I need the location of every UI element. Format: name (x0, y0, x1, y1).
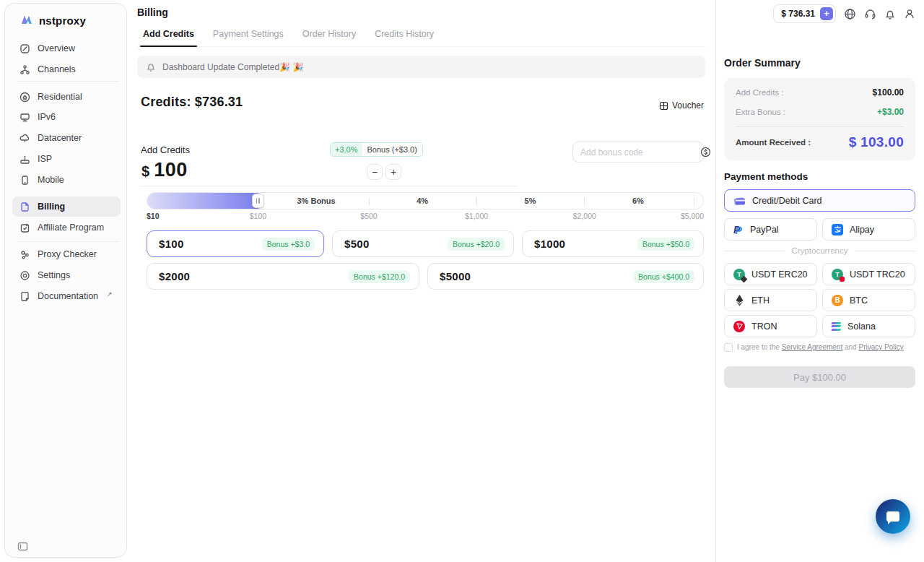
sidebar-item-overview[interactable]: Overview (12, 38, 121, 59)
paypal-icon: PP (733, 224, 744, 235)
notifications-bell-icon[interactable] (884, 8, 896, 20)
preset-2000-button[interactable]: $2000 Bonus +$120.0 (147, 263, 419, 290)
cryptocurrency-label: Cryptocurrency (792, 246, 848, 255)
billing-tabs: Add Credits Payment Settings Order Histo… (137, 29, 705, 47)
sidebar-item-label: Channels (38, 64, 76, 74)
banner-bell-icon (146, 61, 156, 72)
tab-add-credits[interactable]: Add Credits (143, 29, 194, 46)
billing-icon (19, 202, 30, 212)
scale-label: $500 (360, 212, 377, 220)
btc-icon: B (832, 295, 843, 306)
live-chat-button[interactable] (876, 499, 910, 534)
preset-amount: $5000 (440, 270, 471, 282)
payment-method-label: Solana (847, 321, 876, 332)
sidebar-item-label: Proxy Checker (38, 249, 97, 259)
preset-1000-button[interactable]: $1000 Bonus +$50.0 (522, 230, 704, 257)
preset-500-button[interactable]: $500 Bonus +$20.0 (332, 230, 514, 257)
summary-row-extra-bonus: Extra Bonus : +$3.00 (736, 107, 904, 117)
payment-card-button[interactable]: Credit/Debit Card (724, 189, 915, 212)
documentation-icon (19, 291, 30, 302)
slider-segment-label: 3% Bonus (297, 196, 335, 205)
crypto-btc-button[interactable]: B BTC (822, 289, 915, 311)
scale-label: $100 (250, 212, 266, 220)
apply-bonus-icon[interactable] (699, 142, 711, 162)
agreement-checkbox[interactable] (724, 343, 733, 352)
sidebar-item-billing[interactable]: Billing (12, 196, 121, 217)
preset-5000-button[interactable]: $5000 Bonus +$400.0 (427, 263, 704, 290)
bonus-code-input[interactable] (573, 147, 699, 157)
crypto-tron-button[interactable]: TRON (724, 315, 817, 337)
amount-value: 100 (154, 159, 188, 181)
sidebar-divider (17, 81, 119, 82)
crypto-usdt-trc20-button[interactable]: T USDT TRC20 (822, 263, 915, 285)
slider-fill (147, 193, 264, 209)
panel-divider (715, 0, 716, 562)
logo[interactable]: nstproxy (19, 13, 86, 27)
summary-total-row: Amount Received : $ 103.00 (736, 134, 904, 150)
sidebar-item-isp[interactable]: ISP (12, 149, 121, 169)
slider-segment-label: 5% (525, 196, 536, 205)
sidebar-item-residential[interactable]: Residential (12, 87, 121, 107)
preset-amount: $1000 (534, 238, 565, 250)
chat-bubble-icon (886, 511, 899, 522)
bonus-code-field (572, 142, 704, 163)
ipv6-icon (19, 112, 30, 123)
sidebar-item-label: Settings (38, 270, 70, 280)
add-funds-button[interactable]: + (820, 7, 833, 20)
sidebar-item-label: Overview (38, 43, 75, 53)
summary-value: $100.00 (873, 87, 904, 98)
slider-tick (369, 198, 370, 205)
preset-amount: $100 (159, 238, 184, 250)
voucher-button[interactable]: Voucher (659, 100, 704, 111)
topbar-actions: $ 736.31 + (773, 4, 915, 23)
preset-bonus-badge: Bonus +$400.0 (633, 270, 694, 283)
account-user-icon[interactable] (904, 8, 915, 20)
tab-order-history[interactable]: Order History (302, 29, 356, 46)
payment-alipay-button[interactable]: Alipay (822, 218, 915, 241)
slider-scale: $10 $100 $500 $1,000 $2,000 $5,000 (147, 212, 704, 222)
amount-slider[interactable]: 3% Bonus 4% 5% 6% (147, 192, 704, 209)
balance-pill[interactable]: $ 736.31 + (773, 4, 836, 23)
payment-method-label: USDT ERC20 (751, 269, 808, 280)
crypto-usdt-erc20-button[interactable]: T USDT ERC20 (724, 263, 817, 285)
sidebar-item-affiliate-program[interactable]: Affiliate Program (12, 217, 121, 238)
crypto-solana-button[interactable]: Solana (822, 315, 915, 337)
summary-divider (736, 126, 904, 127)
service-agreement-link[interactable]: Service Agreement (782, 343, 843, 351)
sidebar-item-ipv6[interactable]: IPv6 (12, 107, 121, 127)
payment-method-label: ETH (751, 295, 770, 306)
page-title: Billing (137, 7, 168, 18)
payment-method-label: BTC (850, 295, 868, 306)
preset-bonus-badge: Bonus +$3.0 (262, 238, 315, 251)
pay-button[interactable]: Pay $100.00 (724, 366, 915, 388)
sidebar-item-settings[interactable]: Settings (12, 265, 121, 285)
announcement-banner[interactable]: Dashboard Update Completed🎉 🎉 (137, 56, 705, 78)
bonus-badge: +3.0% Bonus (+$3.0) (330, 142, 423, 157)
language-globe-icon[interactable] (844, 8, 856, 20)
preset-100-button[interactable]: $100 Bonus +$3.0 (147, 230, 324, 257)
sidebar-item-mobile[interactable]: Mobile (12, 170, 121, 190)
privacy-policy-link[interactable]: Privacy Policy (858, 343, 903, 351)
isp-icon (19, 154, 30, 165)
sidebar-item-channels[interactable]: Channels (12, 59, 121, 79)
tab-payment-settings[interactable]: Payment Settings (213, 29, 284, 46)
sidebar-item-label: Affiliate Program (38, 222, 104, 233)
decrease-amount-button[interactable]: − (367, 164, 383, 180)
sidebar-item-datacenter[interactable]: Datacenter (12, 128, 121, 148)
credit-card-icon (733, 196, 746, 206)
sidebar-item-documentation[interactable]: Documentation ↗ (12, 286, 121, 306)
nstproxy-logo-icon (19, 13, 34, 27)
payment-method-label: Credit/Debit Card (752, 196, 822, 206)
sidebar-item-label: ISP (38, 154, 52, 164)
credit-amount-display[interactable]: $ 100 (141, 159, 188, 181)
payment-paypal-button[interactable]: PP PayPal (724, 218, 817, 241)
sidebar-item-proxy-checker[interactable]: Proxy Checker (12, 244, 121, 264)
sidebar-collapse-icon[interactable] (17, 542, 28, 551)
preset-amount: $500 (344, 238, 370, 250)
payment-methods-title: Payment methods (724, 171, 808, 182)
crypto-eth-button[interactable]: ETH (724, 289, 817, 311)
support-headset-icon[interactable] (864, 8, 876, 20)
slider-handle[interactable] (252, 194, 264, 208)
tab-credits-history[interactable]: Credits History (375, 29, 434, 46)
increase-amount-button[interactable]: + (385, 164, 401, 180)
